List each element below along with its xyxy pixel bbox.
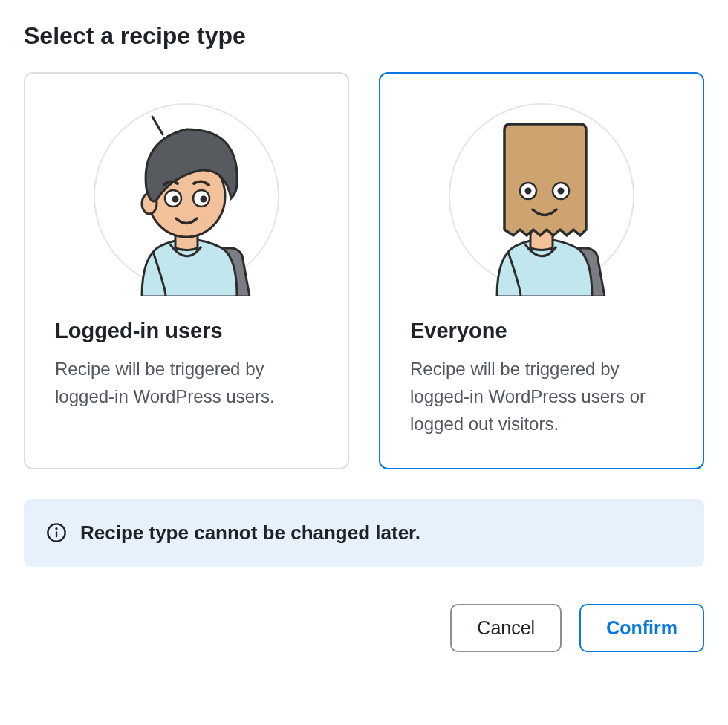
option-logged-in-users[interactable]: Logged-in users Recipe will be triggered…: [24, 72, 349, 469]
option-title: Logged-in users: [55, 319, 318, 343]
cancel-button[interactable]: Cancel: [450, 604, 562, 652]
svg-point-5: [201, 196, 207, 203]
info-icon: [46, 522, 67, 543]
svg-point-9: [558, 188, 565, 195]
dialog-actions: Cancel Confirm: [24, 604, 704, 652]
recipe-type-options: Logged-in users Recipe will be triggered…: [24, 72, 704, 469]
logged-in-illustration: [55, 74, 318, 296]
confirm-button[interactable]: Confirm: [579, 604, 704, 652]
option-title: Everyone: [410, 319, 673, 343]
svg-point-11: [55, 527, 57, 530]
anonymous-bag-avatar-icon: [438, 88, 646, 296]
option-description: Recipe will be triggered by logged-in Wo…: [55, 355, 318, 410]
svg-point-7: [525, 188, 532, 195]
everyone-illustration: [410, 74, 673, 296]
svg-point-3: [172, 196, 179, 203]
notice-text: Recipe type cannot be changed later.: [80, 521, 420, 544]
notice-banner: Recipe type cannot be changed later.: [24, 499, 704, 567]
option-everyone[interactable]: Everyone Recipe will be triggered by log…: [379, 72, 704, 469]
user-avatar-icon: [82, 88, 290, 296]
svg-rect-12: [56, 531, 57, 537]
page-title: Select a recipe type: [24, 22, 704, 50]
option-description: Recipe will be triggered by logged-in Wo…: [410, 355, 673, 438]
